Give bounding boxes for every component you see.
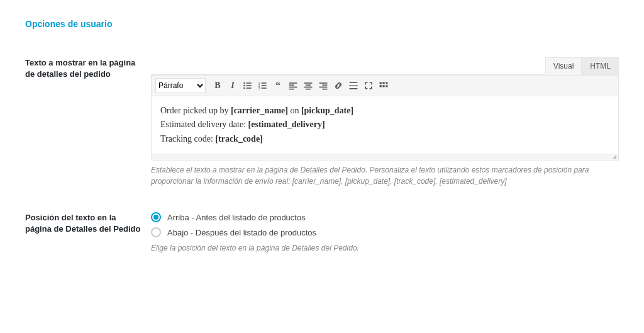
svg-rect-23 [322, 89, 327, 90]
radio-input-below[interactable] [151, 227, 161, 237]
align-center-button[interactable] [301, 79, 315, 93]
editor-text: Estimated delivery date: [160, 120, 248, 129]
svg-rect-25 [350, 85, 352, 86]
svg-rect-1 [247, 82, 252, 84]
section-heading: Opciones de usuario [25, 19, 619, 29]
svg-rect-17 [306, 84, 311, 86]
editor-resize-handle[interactable] [152, 154, 618, 160]
radio-input-above[interactable] [151, 212, 161, 222]
blockquote-button[interactable]: “ [271, 79, 285, 93]
bold-button[interactable]: B [211, 79, 225, 93]
editor-tabs: Visual HTML [151, 57, 619, 75]
svg-rect-16 [304, 82, 313, 84]
svg-rect-19 [306, 89, 311, 90]
editor-container: Párrafo B I 123 “ [151, 74, 619, 161]
svg-rect-12 [289, 82, 297, 84]
svg-rect-26 [352, 85, 354, 86]
editor-placeholder: [estimated_delivery] [248, 120, 325, 129]
radio-label-above: Arriba - Antes del listado de productos [167, 213, 306, 222]
svg-rect-13 [289, 84, 294, 86]
svg-text:3: 3 [258, 87, 260, 90]
svg-point-0 [243, 82, 245, 84]
field-description-position: Elige la posición del texto en la página… [151, 242, 619, 254]
number-list-icon: 123 [258, 81, 268, 91]
svg-rect-22 [319, 87, 328, 88]
align-right-icon [318, 81, 328, 91]
svg-rect-24 [350, 82, 358, 83]
tab-html[interactable]: HTML [582, 57, 619, 75]
editor-text: Tracking code: [160, 134, 215, 144]
svg-rect-29 [380, 82, 382, 84]
svg-rect-21 [322, 84, 327, 86]
toolbar-toggle-button[interactable] [377, 79, 391, 93]
italic-icon: I [231, 81, 234, 91]
format-select[interactable]: Párrafo [155, 78, 206, 93]
align-right-button[interactable] [316, 79, 330, 93]
svg-rect-30 [382, 82, 384, 84]
align-center-icon [303, 81, 313, 91]
tab-visual[interactable]: Visual [545, 57, 582, 75]
quote-icon: “ [275, 80, 280, 91]
fullscreen-button[interactable] [362, 79, 375, 93]
fullscreen-icon [364, 81, 374, 91]
svg-rect-33 [382, 85, 384, 87]
radio-dot-icon [153, 215, 158, 220]
svg-rect-34 [386, 85, 387, 87]
field-label-order-text: Texto a mostrar en la página de detalles… [25, 57, 151, 187]
svg-point-4 [243, 87, 245, 89]
svg-rect-32 [380, 85, 382, 87]
bullet-list-icon [243, 81, 253, 91]
editor-text: Order picked up by [160, 106, 231, 115]
bold-icon: B [214, 81, 220, 91]
editor-placeholder: [carrier_name] [231, 106, 288, 115]
field-label-position: Posición del texto en la página de Detal… [25, 212, 151, 254]
editor-text: on [288, 106, 301, 115]
italic-button[interactable]: I [226, 79, 240, 93]
svg-point-2 [243, 85, 245, 86]
number-list-button[interactable]: 123 [256, 79, 270, 93]
svg-rect-20 [319, 82, 328, 84]
editor-textarea[interactable]: Order picked up by [carrier_name] on [pi… [152, 96, 618, 154]
svg-rect-15 [289, 89, 294, 90]
read-more-icon [348, 81, 358, 91]
editor-placeholder: [pickup_date] [301, 106, 353, 115]
radio-option-above[interactable]: Arriba - Antes del listado de productos [151, 212, 619, 222]
radio-option-below[interactable]: Abajo - Después del listado de productos [151, 227, 619, 237]
field-row-position: Posición del texto en la página de Detal… [25, 212, 619, 254]
link-button[interactable] [331, 79, 345, 93]
radio-label-below: Abajo - Después del listado de productos [167, 228, 316, 237]
toolbar-toggle-icon [379, 81, 389, 91]
svg-rect-28 [350, 88, 358, 89]
svg-rect-5 [247, 87, 252, 89]
editor-toolbar: Párrafo B I 123 “ [152, 75, 618, 96]
editor-placeholder: [track_code] [215, 134, 262, 144]
svg-rect-14 [289, 87, 297, 88]
svg-rect-7 [262, 82, 267, 84]
read-more-button[interactable] [347, 79, 360, 93]
svg-rect-9 [262, 85, 267, 86]
svg-rect-3 [247, 85, 252, 86]
svg-rect-31 [386, 82, 387, 84]
svg-rect-18 [304, 87, 313, 88]
field-row-order-text: Texto a mostrar en la página de detalles… [25, 57, 619, 187]
svg-rect-11 [262, 87, 267, 89]
field-description-order-text: Establece el texto a mostrar en la págin… [151, 164, 619, 187]
link-icon [333, 81, 343, 91]
align-left-icon [288, 81, 298, 91]
svg-rect-27 [355, 85, 357, 86]
bullet-list-button[interactable] [241, 79, 255, 93]
align-left-button[interactable] [286, 79, 300, 93]
